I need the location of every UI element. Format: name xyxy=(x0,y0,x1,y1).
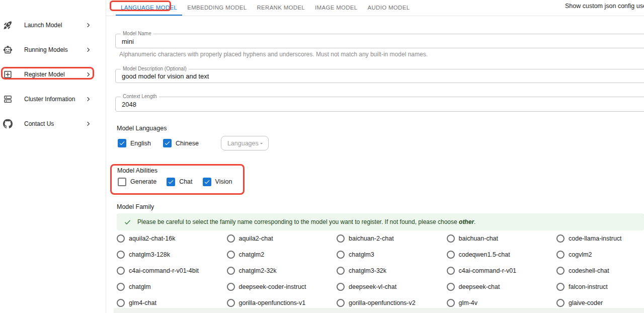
radio-circle[interactable] xyxy=(227,283,235,291)
radio-circle[interactable] xyxy=(447,299,455,307)
model-family-grid: aquila2-chat-16kaquila2-chatbaichuan-2-c… xyxy=(117,230,644,311)
radio-circle[interactable] xyxy=(556,251,565,259)
radio-circle[interactable] xyxy=(337,267,345,275)
model-name-helper-text: Alphanumeric characters with properly pl… xyxy=(119,51,428,58)
radio-circle[interactable] xyxy=(227,234,235,243)
radio-family-deepseek-chat[interactable]: deepseek-chat xyxy=(447,283,557,291)
radio-circle[interactable] xyxy=(556,267,565,275)
radio-circle[interactable] xyxy=(117,234,125,243)
radio-circle[interactable] xyxy=(227,251,235,259)
checkbox-english[interactable]: English xyxy=(118,139,151,147)
radio-circle[interactable] xyxy=(447,283,455,291)
radio-family-glm-4v[interactable]: glm-4v xyxy=(447,299,557,307)
sidebar-item-label: Register Model xyxy=(24,71,65,78)
github-icon xyxy=(3,119,13,129)
radio-label: chatglm2 xyxy=(239,251,265,258)
radio-family-aquila2-chat-16k[interactable]: aquila2-chat-16k xyxy=(117,234,227,243)
radio-family-deepseek-coder-instruct[interactable]: deepseek-coder-instruct xyxy=(227,283,337,291)
radio-circle[interactable] xyxy=(337,299,345,307)
radio-label: gorilla-openfunctions-v1 xyxy=(239,299,306,306)
radio-family-baichuan-2-chat[interactable]: baichuan-2-chat xyxy=(337,234,447,243)
tab-rerank-model[interactable]: RERANK MODEL xyxy=(252,0,310,16)
radio-circle[interactable] xyxy=(117,267,125,275)
radio-circle[interactable] xyxy=(117,251,125,259)
tab-audio-model[interactable]: AUDIO MODEL xyxy=(363,0,415,16)
model-description-field[interactable]: Model Description (Optional) good model … xyxy=(115,69,644,83)
checkbox-box[interactable] xyxy=(167,178,175,186)
radio-family-chatglm3-32k[interactable]: chatglm3-32k xyxy=(337,267,447,275)
radio-family-baichuan-chat[interactable]: baichuan-chat xyxy=(447,234,557,243)
radio-family-gorilla-openfunctions-v2[interactable]: gorilla-openfunctions-v2 xyxy=(337,299,447,307)
radio-circle[interactable] xyxy=(337,251,345,259)
chevron-right-icon xyxy=(85,46,92,54)
context-length-label: Context Length xyxy=(121,94,159,99)
chevron-right-icon xyxy=(85,22,92,29)
radio-circle[interactable] xyxy=(337,234,345,243)
checkbox-vision[interactable]: Vision xyxy=(203,178,232,186)
languages-select-value: Languages xyxy=(227,140,259,147)
radio-family-codeshell-chat[interactable]: codeshell-chat xyxy=(556,267,644,275)
radio-circle[interactable] xyxy=(337,283,345,291)
bottom-strip xyxy=(114,308,644,313)
radio-circle[interactable] xyxy=(447,267,455,275)
tab-language-model[interactable]: LANGUAGE MODEL xyxy=(116,0,182,16)
languages-select[interactable]: Languages xyxy=(221,136,269,150)
radio-label: chatglm2-32k xyxy=(239,267,277,274)
model-name-label: Model Name xyxy=(121,31,153,36)
radio-family-codeqwen1.5-chat[interactable]: codeqwen1.5-chat xyxy=(447,251,557,259)
radio-family-chatglm3[interactable]: chatglm3 xyxy=(337,251,447,259)
radio-label: aquila2-chat xyxy=(239,235,273,242)
app-root: Launch Model Running Models Register Mod… xyxy=(0,0,644,313)
radio-circle[interactable] xyxy=(117,299,125,307)
checkbox-box[interactable] xyxy=(118,139,126,147)
radio-family-chatglm3-128k[interactable]: chatglm3-128k xyxy=(117,251,227,259)
radio-family-glaive-coder[interactable]: glaive-coder xyxy=(556,299,644,307)
check-icon xyxy=(168,179,174,185)
show-config-link[interactable]: Show custom json config used b xyxy=(565,3,644,10)
radio-label: chatglm3 xyxy=(349,251,374,258)
checkbox-chinese[interactable]: Chinese xyxy=(163,139,199,147)
checkbox-generate[interactable]: Generate xyxy=(118,178,156,186)
radio-family-deepseek-vl-chat[interactable]: deepseek-vl-chat xyxy=(337,283,447,291)
radio-label: chatglm3-128k xyxy=(129,251,170,258)
radio-family-c4ai-command-r-v01[interactable]: c4ai-command-r-v01 xyxy=(447,267,557,275)
model-description-label: Model Description (Optional) xyxy=(121,66,189,71)
sidebar-item-launch-model[interactable]: Launch Model xyxy=(0,17,106,34)
radio-family-gorilla-openfunctions-v1[interactable]: gorilla-openfunctions-v1 xyxy=(227,299,337,307)
radio-family-glm4-chat[interactable]: glm4-chat xyxy=(117,299,227,307)
radio-circle[interactable] xyxy=(556,234,565,243)
radio-circle[interactable] xyxy=(556,283,565,291)
radio-family-chatglm[interactable]: chatglm xyxy=(117,283,227,291)
radio-label: baichuan-2-chat xyxy=(349,235,394,242)
radio-family-c4ai-command-r-v01-4bit[interactable]: c4ai-command-r-v01-4bit xyxy=(117,267,227,275)
radio-family-chatglm2[interactable]: chatglm2 xyxy=(227,251,337,259)
model-name-field[interactable]: Model Name mini xyxy=(115,34,644,48)
radio-label: codeqwen1.5-chat xyxy=(459,251,510,258)
sidebar-item-register-model[interactable]: Register Model xyxy=(0,66,106,83)
checkbox-box[interactable] xyxy=(203,178,211,186)
checkbox-box[interactable] xyxy=(118,178,126,186)
context-length-field[interactable]: Context Length 2048 xyxy=(115,97,644,112)
radio-circle[interactable] xyxy=(447,234,455,243)
radio-family-falcon-instruct[interactable]: falcon-instruct xyxy=(556,283,644,291)
radio-circle[interactable] xyxy=(117,283,125,291)
sidebar-item-cluster-information[interactable]: Cluster Information xyxy=(0,91,106,108)
radio-circle[interactable] xyxy=(227,267,235,275)
radio-circle[interactable] xyxy=(227,299,235,307)
radio-circle[interactable] xyxy=(447,251,455,259)
checkbox-box[interactable] xyxy=(163,139,172,147)
checkbox-chat[interactable]: Chat xyxy=(167,178,192,186)
checkbox-label: Vision xyxy=(215,178,232,185)
radio-family-chatglm2-32k[interactable]: chatglm2-32k xyxy=(227,267,337,275)
tab-embedding-model[interactable]: EMBEDDING MODEL xyxy=(182,0,252,16)
radio-circle[interactable] xyxy=(556,299,565,307)
radio-family-code-llama-instruct[interactable]: code-llama-instruct xyxy=(556,234,644,243)
radio-label: deepseek-coder-instruct xyxy=(239,283,306,290)
model-description-value: good model for vision and text xyxy=(122,72,209,80)
tab-image-model[interactable]: IMAGE MODEL xyxy=(310,0,362,16)
radio-family-cogvlm2[interactable]: cogvlm2 xyxy=(556,251,644,259)
sidebar-item-running-models[interactable]: Running Models xyxy=(0,41,106,58)
sidebar-item-label: Running Models xyxy=(24,46,68,53)
sidebar-item-contact-us[interactable]: Contact Us xyxy=(0,115,106,132)
radio-family-aquila2-chat[interactable]: aquila2-chat xyxy=(227,234,337,243)
